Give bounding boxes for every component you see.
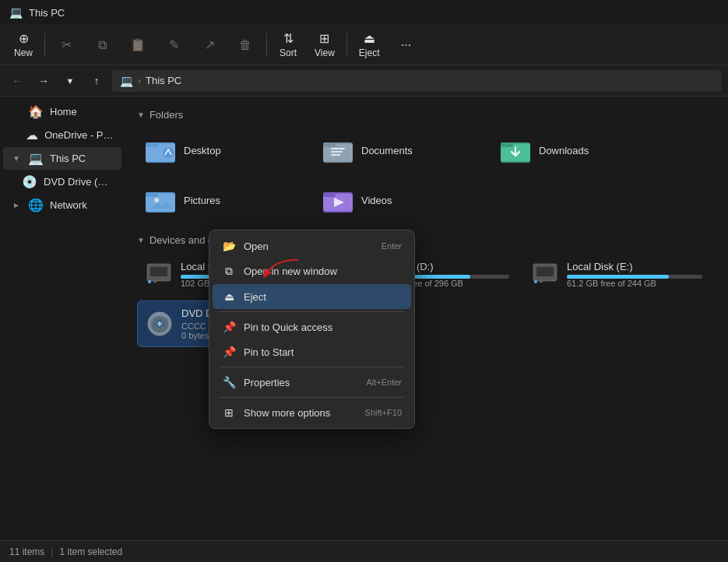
drive-e[interactable]: Local Disk (E:) 61.2 GB free of 244 GB [523,254,710,294]
ctx-properties[interactable]: 🔧 Properties Alt+Enter [213,370,411,395]
ctx-more-options-label: Show more options [244,407,330,419]
ctx-open[interactable]: 📂 Open Enter [213,234,411,258]
ctx-open-shortcut: Enter [382,241,402,251]
folder-pictures[interactable]: Pictures [137,178,308,222]
videos-label: Videos [361,195,392,206]
downloads-folder-icon [500,135,531,166]
address-bar: ← → ▼ ↑ 💻 › This PC [0,65,728,97]
recent-button[interactable]: ▼ [59,70,81,92]
svg-rect-12 [501,142,513,147]
folder-downloads[interactable]: Downloads [492,128,663,172]
sort-label: Sort [280,47,297,58]
paste-button[interactable]: 📋 [121,28,155,62]
onedrive-icon: ☁ [26,128,38,142]
documents-folder-icon [322,135,353,166]
delete-button[interactable]: 🗑 [228,28,262,62]
view-label: View [315,47,335,58]
drive-e-info: Local Disk (E:) 61.2 GB free of 244 GB [567,261,702,288]
status-selected: 1 item selected [59,546,122,557]
svg-rect-7 [331,148,345,149]
ctx-pin-start-icon: 📌 [222,346,236,358]
drives-arrow: ▼ [137,236,145,244]
ctx-open-new-window[interactable]: ⧉ Open in new window [213,258,411,284]
view-icon: ⊞ [319,31,329,46]
svg-rect-15 [146,192,158,197]
ctx-properties-icon: 🔧 [222,376,236,388]
folder-desktop[interactable]: Desktop [137,128,308,172]
drive-g-icon [146,310,174,338]
ctx-more-options[interactable]: ⊞ Show more options Shift+F10 [213,400,411,425]
ctx-pin-start-left: 📌 Pin to Start [222,346,294,358]
context-menu: 📂 Open Enter ⧉ Open in new window ⏏ Ejec… [209,230,415,429]
sidebar-item-thispc-label: This PC [50,153,86,164]
more-button[interactable]: ··· [389,28,424,62]
sidebar: 🏠 Home ☁ OneDrive - Personal ▼ 💻 This PC… [0,97,125,540]
sidebar-item-onedrive[interactable]: ☁ OneDrive - Personal [3,124,121,146]
ctx-pin-start[interactable]: 📌 Pin to Start [213,339,411,364]
ctx-sep-3 [219,397,405,398]
copy-button[interactable]: ⧉ [85,28,119,62]
svg-rect-8 [331,151,343,153]
ctx-open-new-window-label: Open in new window [244,265,337,277]
new-icon: ⊕ [19,31,29,46]
title-icon: 💻 [9,6,23,19]
ctx-pin-start-label: Pin to Start [244,346,294,358]
videos-folder-icon [322,184,353,216]
path-text: This PC [146,75,181,86]
documents-label: Documents [361,145,413,156]
up-button[interactable]: ↑ [86,70,107,92]
folder-grid: Desktop Documents [137,128,716,222]
new-label: New [14,47,33,58]
ctx-sep-2 [219,367,405,367]
toolbar-sep-2 [266,33,267,57]
ctx-more-options-left: ⊞ Show more options [222,406,330,419]
back-button[interactable]: ← [6,70,28,92]
svg-point-23 [148,280,151,283]
pictures-label: Pictures [184,195,220,206]
sort-button[interactable]: ⇅ Sort [271,28,305,62]
ctx-open-left: 📂 Open [222,240,269,252]
ctx-open-new-window-left: ⧉ Open in new window [222,265,337,278]
ctx-open-label: Open [244,241,269,252]
sidebar-item-home[interactable]: 🏠 Home [3,100,121,123]
title-text: This PC [29,7,65,19]
svg-rect-19 [323,192,336,197]
folders-arrow: ▼ [137,111,145,119]
rename-button[interactable]: ✎ [157,28,191,62]
status-bar: 11 items | 1 item selected [0,540,728,562]
status-sep: | [51,546,53,557]
svg-rect-22 [150,267,167,276]
ctx-pin-quick-label: Pin to Quick access [244,321,332,333]
folders-title: Folders [149,109,183,121]
eject-label: Eject [359,47,380,58]
ctx-eject[interactable]: ⏏ Eject [213,284,411,309]
more-icon: ··· [401,38,411,52]
svg-rect-32 [540,281,543,283]
folder-documents[interactable]: Documents [315,128,486,172]
folder-videos[interactable]: Videos [315,178,486,222]
svg-rect-24 [153,281,157,283]
cut-button[interactable]: ✂ [49,28,83,62]
eject-button[interactable]: ⏏ Eject [351,28,388,62]
forward-button[interactable]: → [33,70,55,92]
sidebar-item-dvd-label: DVD Drive (G:) CCCC [44,176,114,188]
rename-icon: ✎ [169,37,179,52]
sidebar-item-thispc[interactable]: ▼ 💻 This PC [3,147,121,170]
share-button[interactable]: ↗ [192,28,227,62]
svg-point-31 [534,280,537,283]
view-button[interactable]: ⊞ View [307,28,343,62]
ctx-open-icon: 📂 [222,240,236,252]
svg-rect-2 [146,142,158,147]
sidebar-item-network[interactable]: ► 🌐 Network [3,194,121,216]
ctx-properties-label: Properties [244,377,290,388]
copy-icon: ⧉ [98,38,107,52]
expand-arrow-network: ► [12,201,22,209]
ctx-pin-quick[interactable]: 📌 Pin to Quick access [213,314,411,339]
ctx-new-window-icon: ⧉ [222,265,236,278]
sidebar-item-dvd[interactable]: 💿 DVD Drive (G:) CCCC [3,170,121,193]
dvd-icon: 💿 [22,174,37,189]
desktop-label: Desktop [184,145,221,156]
toolbar-sep-1 [44,33,45,57]
new-button[interactable]: ⊕ New [6,28,40,62]
address-path[interactable]: 💻 › This PC [112,70,722,92]
